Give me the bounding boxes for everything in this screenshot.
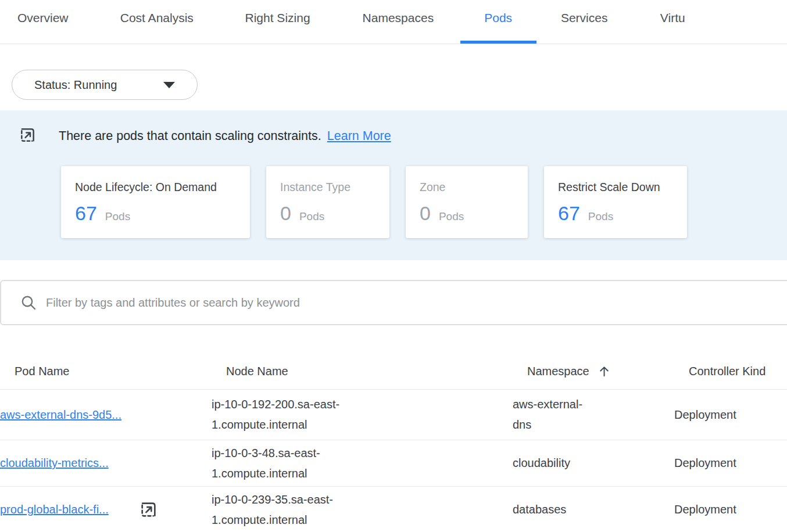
card-title: Instance Type	[280, 181, 375, 194]
node-name-cell: ip-10-0-192-200.sa-east-1.compute.intern…	[212, 394, 367, 435]
search-icon	[20, 294, 37, 311]
status-filter-dropdown[interactable]: Status: Running	[12, 70, 198, 100]
scaling-constraints-banner: There are pods that contain scaling cons…	[0, 110, 787, 260]
card-value: 67	[75, 202, 97, 225]
card-value: 67	[558, 202, 580, 225]
constraint-cards: Node Lifecycle: On Demand 67 Pods Instan…	[61, 166, 787, 238]
column-header-pod-name[interactable]: Pod Name	[15, 365, 226, 378]
tab-services[interactable]: Services	[536, 0, 632, 44]
card-restrict-scale-down[interactable]: Restrict Scale Down 67 Pods	[544, 166, 687, 238]
card-unit: Pods	[105, 210, 130, 223]
card-instance-type[interactable]: Instance Type 0 Pods	[266, 166, 389, 238]
card-title: Zone	[420, 181, 514, 194]
node-name-cell: ip-10-0-239-35.sa-east-1.compute.interna…	[212, 490, 367, 530]
tab-namespaces[interactable]: Namespaces	[336, 0, 460, 44]
card-value: 0	[280, 202, 291, 225]
tab-virtual[interactable]: Virtu	[632, 0, 787, 44]
sort-ascending-icon[interactable]	[598, 365, 611, 378]
card-unit: Pods	[439, 210, 464, 223]
node-name-cell: ip-10-0-3-48.sa-east-1.compute.internal	[212, 443, 367, 484]
chevron-down-icon	[163, 82, 175, 88]
card-value: 0	[420, 202, 431, 225]
namespace-cell: databases	[513, 499, 600, 520]
column-header-controller-kind[interactable]: Controller Kind	[689, 365, 787, 378]
learn-more-link[interactable]: Learn More	[327, 129, 391, 143]
pod-name-link[interactable]: cloudability-metrics...	[0, 456, 109, 470]
pod-name-link[interactable]: aws-external-dns-9d5...	[0, 408, 121, 422]
controller-kind-cell: Deployment	[674, 456, 787, 470]
table-row: cloudability-metrics... ip-10-0-3-48.sa-…	[0, 440, 787, 487]
banner-message: There are pods that contain scaling cons…	[59, 129, 321, 143]
pod-name-link[interactable]: prod-global-black-fi...	[0, 503, 109, 516]
controller-kind-cell: Deployment	[674, 408, 787, 422]
namespace-cell: cloudability	[513, 453, 600, 473]
column-header-namespace-label: Namespace	[527, 365, 589, 378]
table-row: aws-external-dns-9d5... ip-10-0-192-200.…	[0, 390, 787, 440]
column-header-node-name[interactable]: Node Name	[226, 365, 527, 378]
card-unit: Pods	[588, 210, 613, 223]
tab-pods[interactable]: Pods	[460, 0, 536, 44]
table-row: prod-global-black-fi... ip-10-0-239-35.s…	[0, 487, 787, 532]
tab-right-sizing[interactable]: Right Sizing	[219, 0, 336, 44]
scaling-constraint-icon	[139, 500, 158, 519]
card-zone[interactable]: Zone 0 Pods	[406, 166, 528, 238]
card-title: Restrict Scale Down	[558, 181, 673, 194]
column-header-namespace[interactable]: Namespace	[527, 365, 689, 378]
filter-search-bar	[0, 280, 787, 325]
search-input[interactable]	[46, 281, 787, 324]
tab-bar: Overview Cost Analysis Right Sizing Name…	[0, 0, 787, 44]
table-header: Pod Name Node Name Namespace Controller …	[0, 353, 787, 390]
card-node-lifecycle[interactable]: Node Lifecycle: On Demand 67 Pods	[61, 166, 250, 238]
scaling-constraint-icon	[19, 126, 37, 146]
card-title: Node Lifecycle: On Demand	[75, 181, 236, 194]
namespace-cell: aws-external-dns	[513, 394, 600, 435]
controller-kind-cell: Deployment	[674, 503, 787, 516]
tab-overview[interactable]: Overview	[0, 0, 94, 44]
tab-cost-analysis[interactable]: Cost Analysis	[94, 0, 219, 44]
card-unit: Pods	[299, 210, 324, 223]
status-filter-label: Status: Running	[34, 78, 117, 92]
